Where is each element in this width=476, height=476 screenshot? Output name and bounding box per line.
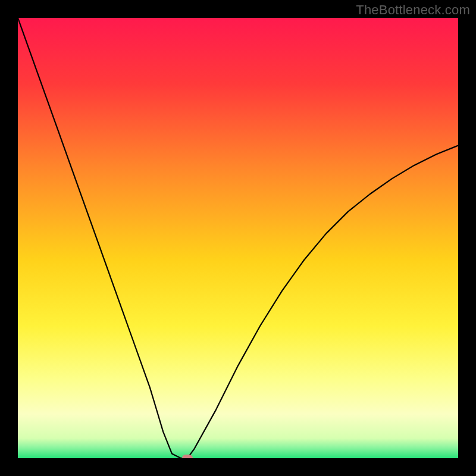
plot-area — [18, 18, 458, 458]
minimum-marker — [182, 455, 193, 458]
watermark-text: TheBottleneck.com — [356, 2, 470, 18]
gradient-background — [18, 18, 458, 458]
svg-rect-0 — [18, 18, 458, 458]
chart-frame: TheBottleneck.com — [0, 0, 476, 476]
